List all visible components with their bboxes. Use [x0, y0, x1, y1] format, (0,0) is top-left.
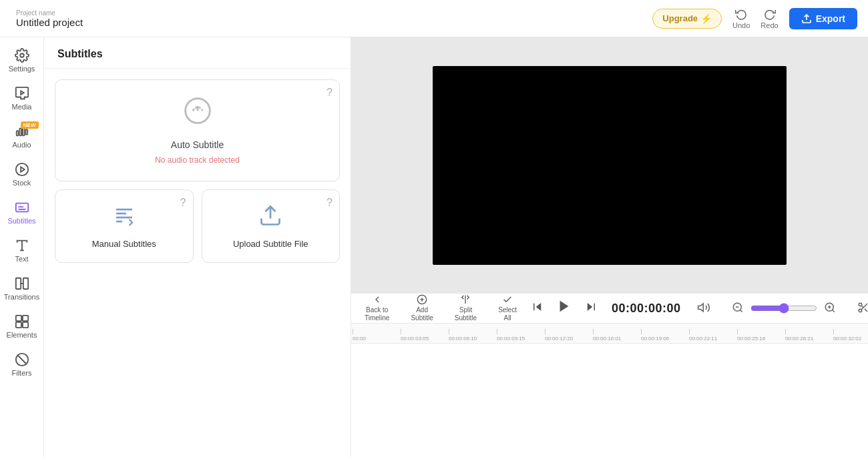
sidebar-item-settings[interactable]: Settings [4, 43, 40, 78]
sidebar-item-media[interactable]: Media [4, 81, 40, 116]
upload-subtitle-card[interactable]: ? Upload Subtitle File [202, 189, 341, 263]
zoom-out-button[interactable] [729, 299, 746, 318]
elements-label: Elements [7, 331, 37, 339]
ruler-marks: 00:0000:00:03:0500:00:06:1000:00:09:1500… [351, 324, 868, 343]
zoom-slider[interactable] [750, 303, 817, 314]
auto-subtitle-help-icon[interactable]: ? [327, 87, 333, 99]
svg-point-44 [859, 309, 862, 312]
subtitles-icon [15, 200, 29, 215]
svg-marker-33 [588, 303, 593, 311]
split-icon [460, 294, 471, 305]
svg-rect-5 [25, 129, 27, 134]
ruler-mark: 00:00:06:10 [447, 329, 495, 343]
fast-forward-button[interactable] [581, 298, 601, 318]
lightning-icon: ⚡ [700, 13, 712, 24]
redo-button[interactable]: Redo [756, 5, 782, 32]
new-badge: NEW [21, 121, 39, 129]
text-icon [15, 238, 29, 253]
filters-label: Filters [12, 369, 32, 377]
upgrade-label: Upgrade [662, 13, 698, 23]
topbar: Project name Untitled project Upgrade ⚡ … [0, 0, 868, 37]
redo-icon [764, 8, 776, 20]
topbar-right: Upgrade ⚡ Undo Redo [652, 5, 857, 32]
timeline-toolbar: Back toTimeline AddSubtitle SplitSub [351, 293, 868, 324]
sidebar-item-subtitles[interactable]: Subtitles [4, 195, 40, 230]
svg-point-1 [20, 53, 24, 57]
undo-icon [735, 8, 747, 20]
split-subtitle-button[interactable]: SplitSubtitle [449, 292, 482, 325]
ruler-mark: 00:00:03:05 [399, 329, 447, 343]
settings-label: Settings [9, 65, 35, 73]
svg-rect-3 [19, 128, 21, 135]
elements-icon [15, 314, 29, 329]
svg-rect-15 [22, 316, 27, 321]
manual-subtitle-label: Manual Subtitles [92, 239, 156, 249]
subtitles-title: Subtitles [57, 48, 103, 59]
undo-redo-group: Undo Redo [728, 5, 783, 32]
svg-rect-16 [15, 322, 21, 328]
scissors-button[interactable] [855, 299, 868, 318]
ruler-mark: 00:00 [351, 329, 399, 343]
manual-subtitle-help-icon[interactable]: ? [180, 197, 186, 209]
svg-marker-7 [21, 167, 25, 171]
auto-subtitle-icon [183, 96, 212, 131]
upload-subtitle-help-icon[interactable]: ? [327, 197, 333, 209]
ruler-mark: 00:00:09:15 [495, 329, 544, 343]
undo-button[interactable]: Undo [728, 5, 754, 32]
play-icon [557, 299, 572, 314]
auto-subtitle-card: ? Auto Subtitle No audio track detected [55, 79, 340, 181]
stock-label: Stock [13, 179, 31, 187]
filters-icon [15, 352, 29, 367]
svg-point-6 [15, 163, 27, 175]
upgrade-button[interactable]: Upgrade ⚡ [652, 9, 722, 29]
subtitle-options-row: ? Manual Subtitles ? [55, 189, 340, 263]
svg-marker-30 [536, 303, 541, 311]
back-to-timeline-label: Back toTimeline [365, 306, 389, 322]
manual-subtitle-icon [112, 203, 136, 232]
manual-subtitle-card[interactable]: ? Manual Subtitles [55, 189, 194, 263]
add-subtitle-button[interactable]: AddSubtitle [405, 292, 438, 325]
svg-rect-14 [15, 316, 21, 321]
split-subtitle-label: SplitSubtitle [455, 306, 477, 322]
svg-rect-12 [23, 278, 27, 290]
zoom-in-icon [824, 302, 836, 314]
play-button[interactable] [550, 296, 578, 320]
rewind-button[interactable] [527, 298, 548, 318]
fast-forward-icon [585, 301, 597, 313]
subtitles-content: ? Auto Subtitle No audio track detected … [44, 69, 351, 274]
select-all-button[interactable]: SelectAll [493, 292, 522, 325]
svg-line-46 [864, 308, 867, 311]
sidebar-item-filters[interactable]: Filters [4, 347, 40, 382]
zoom-area [724, 299, 844, 318]
ruler-mark: 00:00:22:11 [688, 329, 736, 343]
transitions-icon [15, 276, 29, 291]
back-to-timeline-button[interactable]: Back toTimeline [359, 292, 395, 325]
sidebar-item-transitions[interactable]: Transitions [4, 271, 40, 306]
sidebar-item-stock[interactable]: Stock [4, 157, 40, 192]
svg-marker-32 [560, 301, 569, 312]
svg-line-19 [17, 356, 26, 364]
main-layout: Settings Media NEW Audio Stoc [0, 37, 868, 457]
upload-subtitle-label: Upload Subtitle File [233, 239, 308, 249]
subtitles-label: Subtitles [7, 217, 35, 225]
zoom-in-button[interactable] [821, 299, 839, 318]
text-label: Text [15, 255, 28, 263]
media-label: Media [12, 103, 32, 111]
zoom-out-icon [732, 302, 744, 314]
svg-marker-35 [698, 304, 703, 312]
preview-area: Back toTimeline AddSubtitle SplitSub [351, 37, 868, 457]
rewind-icon [531, 301, 544, 313]
project-name-label: Project name [16, 9, 83, 17]
export-button[interactable]: Export [789, 8, 857, 29]
sidebar-item-audio[interactable]: NEW Audio [4, 119, 40, 154]
stock-icon [15, 162, 29, 177]
audio-label: Audio [12, 141, 31, 149]
transitions-label: Transitions [4, 293, 39, 301]
sidebar-item-elements[interactable]: Elements [4, 309, 40, 344]
project-name: Untitled project [16, 17, 83, 28]
export-icon [801, 13, 812, 24]
sidebar-item-text[interactable]: Text [4, 233, 40, 268]
svg-line-37 [740, 310, 742, 312]
svg-rect-2 [16, 131, 18, 135]
volume-button[interactable] [694, 298, 713, 319]
